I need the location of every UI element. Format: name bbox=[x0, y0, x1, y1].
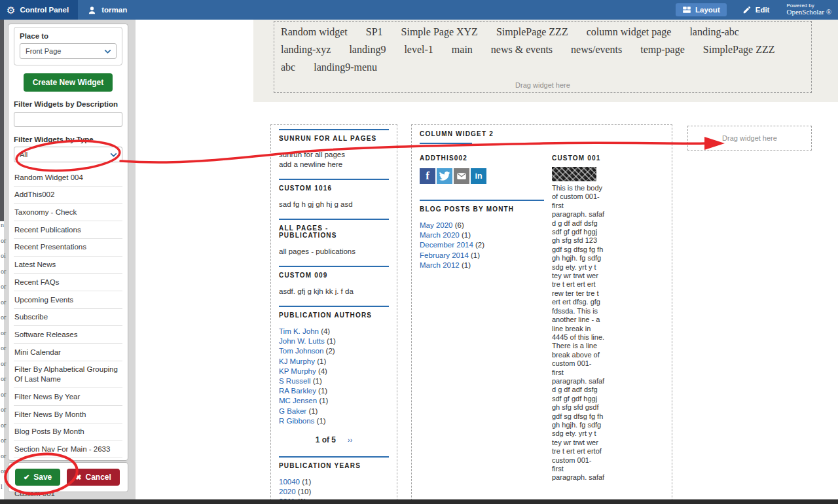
control-panel-label: Control Panel bbox=[20, 6, 69, 14]
facet-count: (1) bbox=[319, 397, 328, 405]
menu-link[interactable]: news/events bbox=[571, 44, 622, 56]
facet-link[interactable]: March 2020 bbox=[420, 231, 460, 239]
menu-link[interactable]: temp-page bbox=[640, 44, 685, 56]
menu-link[interactable]: Random widget bbox=[281, 26, 348, 38]
widget-list-item[interactable]: Blog Posts By Month bbox=[14, 423, 122, 441]
menu-link[interactable]: landing-abc bbox=[689, 26, 739, 38]
create-new-widget-button[interactable]: Create New Widget bbox=[24, 73, 113, 92]
facet-row: Tom Johnson (2) bbox=[279, 346, 389, 356]
facet-link[interactable]: S Russell bbox=[279, 377, 311, 385]
menu-widget-region[interactable]: Random widgetSP1Simple Page XYZSimplePag… bbox=[274, 21, 812, 93]
menu-link[interactable]: landing-xyz bbox=[281, 44, 331, 56]
menu-link[interactable]: landing9 bbox=[349, 44, 386, 56]
widget-body: asdf. gfj g kjh kk j. f da bbox=[279, 287, 389, 297]
page-edge-strip bbox=[0, 20, 4, 221]
drop-zone[interactable]: Drag widget here bbox=[687, 126, 812, 151]
widget-list-item[interactable]: Upcoming Events bbox=[14, 291, 122, 309]
widget-list-item[interactable]: Filter News By Month bbox=[14, 406, 122, 423]
linkedin-icon[interactable]: in bbox=[471, 168, 486, 184]
menu-link[interactable]: SimplePage ZZZ bbox=[496, 26, 568, 38]
facet-link[interactable]: March 2012 bbox=[420, 261, 460, 269]
widget-list-item[interactable]: Mini Calendar bbox=[14, 344, 122, 361]
menu-link[interactable]: level-1 bbox=[404, 44, 433, 56]
facet-link[interactable]: Tim K. John bbox=[279, 327, 319, 335]
facet-link[interactable]: Tom Johnson bbox=[279, 347, 323, 355]
facet-link[interactable]: R Gibbons bbox=[279, 417, 314, 425]
save-label: Save bbox=[33, 473, 52, 482]
menu-link[interactable]: abc bbox=[281, 62, 295, 73]
facebook-icon[interactable]: f bbox=[420, 168, 435, 184]
blog-posts-by-month-widget: BLOG POSTS BY MONTH May 2020 (6)March 20… bbox=[420, 200, 544, 270]
facet-row: February 2014 (1) bbox=[420, 251, 544, 261]
publication-authors-widget: PUBLICATION AUTHORS Tim K. John (4)John … bbox=[279, 306, 389, 444]
widget-list-item[interactable]: Recent FAQs bbox=[14, 274, 122, 291]
filter-type-label: Filter Widgets by Type bbox=[14, 135, 122, 143]
menu-link[interactable]: column widget page bbox=[587, 26, 672, 38]
edit-button[interactable]: Edit bbox=[736, 3, 776, 16]
cancel-label: Cancel bbox=[85, 473, 111, 482]
pager-next-link[interactable]: ›› bbox=[348, 436, 352, 444]
widget-title: ALL PAGES - PUBLICATIONS bbox=[279, 225, 389, 239]
cancel-button[interactable]: ✖ Cancel bbox=[67, 469, 120, 486]
bottom-window-edge bbox=[0, 499, 838, 504]
control-panel-tab[interactable]: ⚙ Control Panel bbox=[0, 0, 78, 20]
widget-list-item[interactable]: AddThis002 bbox=[14, 187, 122, 204]
facet-link[interactable]: John W. Lutts bbox=[279, 337, 325, 345]
layout-label: Layout bbox=[695, 6, 720, 14]
menu-link[interactable]: SimplePage ZZZ bbox=[703, 44, 775, 56]
facet-link[interactable]: KJ Murphy bbox=[279, 357, 315, 365]
column-widget-2-region[interactable]: COLUMN WIDGET 2 ADDTHIS002 f in BLOG POS… bbox=[411, 124, 672, 504]
widget-list-item[interactable]: Section Nav For Main - 2633 bbox=[14, 441, 122, 459]
facet-link[interactable]: May 2020 bbox=[420, 221, 453, 229]
facet-count: (1) bbox=[462, 261, 471, 269]
twitter-bird-glyph bbox=[439, 170, 450, 182]
email-icon[interactable] bbox=[454, 168, 469, 184]
facet-link[interactable]: 2020 bbox=[279, 488, 296, 495]
widget-body: sunrun for all pages add a newline here bbox=[279, 150, 389, 170]
place-to-label: Place to bbox=[20, 32, 117, 40]
facet-count: (4) bbox=[318, 367, 327, 375]
widget-list-item[interactable]: Latest News bbox=[14, 257, 122, 274]
facet-link[interactable]: 10040 bbox=[279, 478, 300, 486]
widget-list-item[interactable]: Recent Presentations bbox=[14, 239, 122, 257]
facet-count: (10) bbox=[298, 488, 311, 495]
layout-button[interactable]: Layout bbox=[676, 3, 727, 16]
widget-block: SUNRUN FOR ALL PAGES sunrun for all page… bbox=[279, 129, 389, 170]
addthis-title: ADDTHIS002 bbox=[420, 154, 544, 162]
widget-title: CUSTOM 009 bbox=[279, 272, 389, 279]
filter-type-select[interactable]: All bbox=[14, 147, 122, 162]
facet-count: (6) bbox=[455, 221, 464, 229]
widget-list-item[interactable]: Random Widget 004 bbox=[14, 169, 122, 187]
facet-count: (2) bbox=[326, 347, 335, 355]
widget-list-item[interactable]: Filter By Alphabetical Grouping Of Last … bbox=[14, 361, 122, 388]
facet-link[interactable]: MC Jensen bbox=[279, 397, 317, 405]
widget-picker-panel: Place to Front Page Create New Widget Fi… bbox=[8, 24, 128, 461]
widget-list-item[interactable]: Recent Publications bbox=[14, 221, 122, 239]
facet-link[interactable]: December 2014 bbox=[420, 241, 473, 249]
user-menu[interactable]: torman bbox=[78, 0, 136, 20]
check-icon: ✔ bbox=[24, 473, 29, 482]
menu-link[interactable]: landing9-menu bbox=[314, 62, 377, 73]
header-region: Random widgetSP1Simple Page XYZSimplePag… bbox=[253, 20, 838, 102]
menu-link[interactable]: main bbox=[452, 44, 473, 56]
widget-list-item[interactable]: Filter News By Year bbox=[14, 388, 122, 406]
menu-link[interactable]: SP1 bbox=[366, 26, 383, 38]
widget-list-item[interactable]: Subscribe bbox=[14, 309, 122, 327]
save-button[interactable]: ✔ Save bbox=[15, 469, 60, 486]
facet-link[interactable]: RA Barkley bbox=[279, 387, 316, 395]
widget-block: CUSTOM 009 asdf. gfj g kjh kk j. f da bbox=[279, 266, 389, 297]
facet-link[interactable]: KP Murphy bbox=[279, 367, 316, 375]
custom-001-body: This is the body of custom 001- first pa… bbox=[552, 184, 607, 482]
twitter-icon[interactable] bbox=[437, 168, 452, 184]
facet-row: John W. Lutts (1) bbox=[279, 336, 389, 346]
facet-count: (1) bbox=[317, 417, 326, 425]
filter-description-input[interactable] bbox=[14, 112, 122, 127]
place-to-select[interactable]: Front Page bbox=[20, 43, 117, 59]
sidebar-widget-column[interactable]: SUNRUN FOR ALL PAGES sunrun for all page… bbox=[270, 124, 397, 504]
widget-list-item[interactable]: Taxonomy - Check bbox=[14, 204, 122, 221]
facet-link[interactable]: G Baker bbox=[279, 407, 306, 415]
facet-link[interactable]: February 2014 bbox=[420, 251, 469, 259]
menu-link[interactable]: Simple Page XYZ bbox=[401, 26, 478, 38]
menu-link[interactable]: news & events bbox=[491, 44, 553, 56]
widget-list-item[interactable]: Software Releases bbox=[14, 326, 122, 344]
